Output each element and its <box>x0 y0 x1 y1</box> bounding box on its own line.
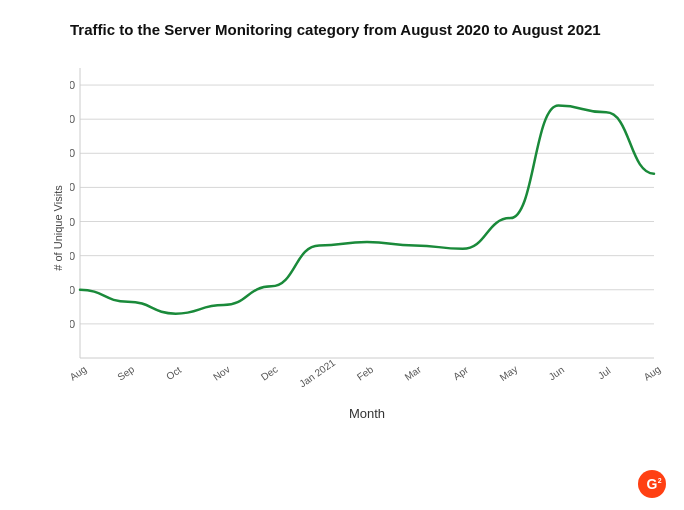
svg-text:Sep: Sep <box>115 363 136 382</box>
svg-text:Jan 2021: Jan 2021 <box>297 356 337 389</box>
svg-text:700: 700 <box>70 113 75 125</box>
svg-text:400: 400 <box>70 215 75 227</box>
chart-area: # of Unique Visits 100200300400500600700… <box>70 58 664 398</box>
svg-text:Oct: Oct <box>164 364 183 382</box>
chart-container: Traffic to the Server Monitoring categor… <box>0 0 684 510</box>
svg-text:200: 200 <box>70 283 75 295</box>
svg-text:Apr: Apr <box>451 363 471 381</box>
svg-text:Dec: Dec <box>259 363 280 382</box>
svg-text:Mar: Mar <box>403 363 424 382</box>
x-axis-label: Month <box>70 406 664 421</box>
svg-text:Aug: Aug <box>642 363 663 382</box>
svg-text:300: 300 <box>70 249 75 261</box>
svg-text:Aug: Aug <box>70 363 88 382</box>
svg-text:Nov: Nov <box>211 363 232 382</box>
y-axis-label: # of Unique Visits <box>52 185 64 270</box>
svg-text:600: 600 <box>70 147 75 159</box>
svg-text:100: 100 <box>70 317 75 329</box>
svg-text:2: 2 <box>658 477 662 484</box>
svg-text:G: G <box>647 476 658 492</box>
svg-text:500: 500 <box>70 181 75 193</box>
chart-title: Traffic to the Server Monitoring categor… <box>70 20 664 40</box>
svg-text:Jun: Jun <box>547 364 567 382</box>
svg-text:800: 800 <box>70 79 75 91</box>
svg-text:Feb: Feb <box>355 363 376 382</box>
g2-logo: G 2 <box>638 470 666 498</box>
svg-text:May: May <box>498 363 520 383</box>
line-chart-svg: 100200300400500600700800AugSepOctNovDecJ… <box>70 58 664 398</box>
svg-text:Jul: Jul <box>596 364 613 380</box>
